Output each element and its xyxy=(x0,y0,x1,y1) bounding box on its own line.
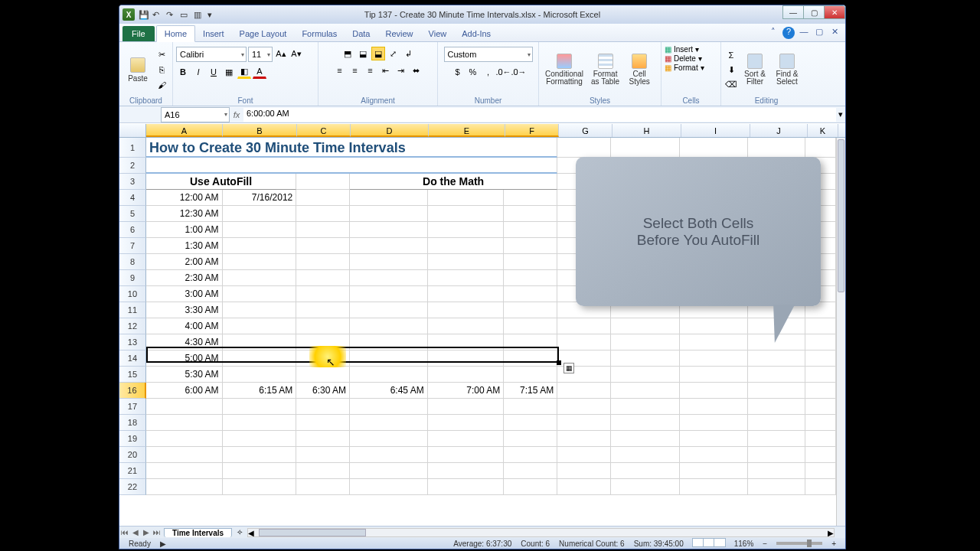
new-sheet-icon[interactable]: ✧ xyxy=(237,528,243,536)
cell[interactable] xyxy=(296,302,350,318)
format-as-table-button[interactable]: Format as Table xyxy=(588,52,622,87)
cell[interactable] xyxy=(748,447,805,463)
cell[interactable] xyxy=(504,350,557,367)
cell[interactable] xyxy=(296,431,350,447)
cell[interactable]: 1:30 AM xyxy=(146,238,223,254)
cell[interactable] xyxy=(680,318,749,334)
cell[interactable]: 7:15 AM xyxy=(504,383,557,399)
tab-view[interactable]: View xyxy=(421,26,455,41)
cell[interactable] xyxy=(680,447,749,463)
cell[interactable] xyxy=(504,206,557,222)
cell[interactable] xyxy=(557,463,611,479)
cell[interactable] xyxy=(428,270,505,286)
find-select-button[interactable]: Find & Select xyxy=(772,52,802,87)
cell[interactable] xyxy=(611,383,680,399)
workbook-minimize-icon[interactable]: — xyxy=(798,27,810,39)
cell[interactable] xyxy=(350,399,428,415)
column-header-K[interactable]: K xyxy=(808,124,838,137)
cell[interactable] xyxy=(296,254,350,270)
cell[interactable] xyxy=(805,318,836,334)
cell[interactable] xyxy=(504,238,557,254)
cell[interactable] xyxy=(805,383,836,399)
cell[interactable] xyxy=(680,415,749,431)
cell[interactable] xyxy=(350,254,428,270)
column-header-A[interactable]: A xyxy=(146,124,223,137)
cell[interactable]: How to Create 30 Minute Time Intervals xyxy=(146,138,557,158)
cell[interactable] xyxy=(146,463,223,479)
cell[interactable] xyxy=(428,318,505,334)
cell[interactable] xyxy=(557,334,611,350)
cell[interactable] xyxy=(504,190,557,206)
tab-insert[interactable]: Insert xyxy=(195,26,232,41)
minimize-button[interactable]: — xyxy=(782,5,804,19)
cell[interactable] xyxy=(223,254,297,270)
italic-button[interactable]: I xyxy=(191,65,205,79)
cell[interactable]: 7:00 AM xyxy=(428,383,505,399)
merge-center-icon[interactable]: ⬌ xyxy=(410,64,423,77)
cell[interactable] xyxy=(611,415,680,431)
worksheet-grid[interactable]: ABCDEFGHIJK 1How to Create 30 Minute Tim… xyxy=(119,124,845,526)
autosum-icon[interactable]: Σ xyxy=(724,48,738,62)
cell[interactable] xyxy=(748,367,805,383)
underline-button[interactable]: U xyxy=(207,65,220,79)
cell[interactable] xyxy=(428,479,505,495)
cell[interactable] xyxy=(805,367,836,383)
cell[interactable] xyxy=(557,431,611,447)
cell[interactable] xyxy=(350,463,428,479)
cell[interactable] xyxy=(428,399,505,415)
cell[interactable] xyxy=(611,399,680,415)
decrease-decimal-icon[interactable]: .0→ xyxy=(512,65,526,79)
new-icon[interactable]: ▥ xyxy=(193,9,204,20)
cell[interactable] xyxy=(350,222,428,238)
align-right-icon[interactable]: ≡ xyxy=(364,64,377,77)
clear-icon[interactable]: ⌫ xyxy=(724,77,738,91)
cell[interactable] xyxy=(680,138,749,158)
cell[interactable] xyxy=(748,138,805,158)
orientation-icon[interactable]: ⤢ xyxy=(387,47,400,60)
select-all-corner[interactable] xyxy=(119,124,146,137)
cell[interactable] xyxy=(611,334,680,350)
cell[interactable] xyxy=(805,415,836,431)
cell[interactable] xyxy=(748,350,805,367)
cell[interactable]: 3:30 AM xyxy=(146,302,223,318)
cell[interactable]: 2:30 AM xyxy=(146,270,223,286)
cell[interactable] xyxy=(748,431,805,447)
row-header-13[interactable]: 13 xyxy=(119,334,146,350)
percent-icon[interactable]: % xyxy=(466,65,480,79)
cell[interactable] xyxy=(146,447,223,463)
align-bottom-icon[interactable]: ⬓ xyxy=(371,47,385,60)
cell[interactable] xyxy=(146,431,223,447)
cell[interactable]: 6:30 AM xyxy=(296,383,350,399)
tab-formulas[interactable]: Formulas xyxy=(294,26,345,41)
fill-handle[interactable] xyxy=(557,360,561,365)
fill-color-button[interactable]: ◧ xyxy=(237,65,251,79)
cell[interactable] xyxy=(223,415,297,431)
cell[interactable] xyxy=(428,367,505,383)
sheet-nav-last-icon[interactable]: ⏭ xyxy=(152,528,162,536)
help-icon[interactable]: ? xyxy=(782,27,795,39)
cell[interactable] xyxy=(296,318,350,334)
cell[interactable] xyxy=(748,463,805,479)
cell[interactable] xyxy=(557,383,611,399)
formula-input[interactable]: 6:00:00 AM xyxy=(243,108,836,122)
row-header-22[interactable]: 22 xyxy=(119,479,146,495)
row-header-19[interactable]: 19 xyxy=(119,431,146,447)
cell[interactable] xyxy=(748,415,805,431)
cell[interactable] xyxy=(680,479,749,495)
cell[interactable] xyxy=(146,158,557,174)
cell[interactable] xyxy=(611,318,680,334)
cell[interactable] xyxy=(504,222,557,238)
cell[interactable] xyxy=(350,286,428,302)
maximize-button[interactable]: ▢ xyxy=(803,5,825,19)
cell[interactable] xyxy=(748,383,805,399)
cell[interactable] xyxy=(504,286,557,302)
cell[interactable] xyxy=(350,431,428,447)
cell[interactable] xyxy=(504,463,557,479)
hscroll-thumb[interactable] xyxy=(259,529,366,536)
workbook-restore-icon[interactable]: ▢ xyxy=(813,27,825,39)
tab-page-layout[interactable]: Page Layout xyxy=(232,26,295,41)
cell[interactable] xyxy=(680,334,749,350)
expand-formula-icon[interactable]: ▾ xyxy=(836,109,845,119)
cell[interactable] xyxy=(504,302,557,318)
cell[interactable]: 4:00 AM xyxy=(146,318,223,334)
